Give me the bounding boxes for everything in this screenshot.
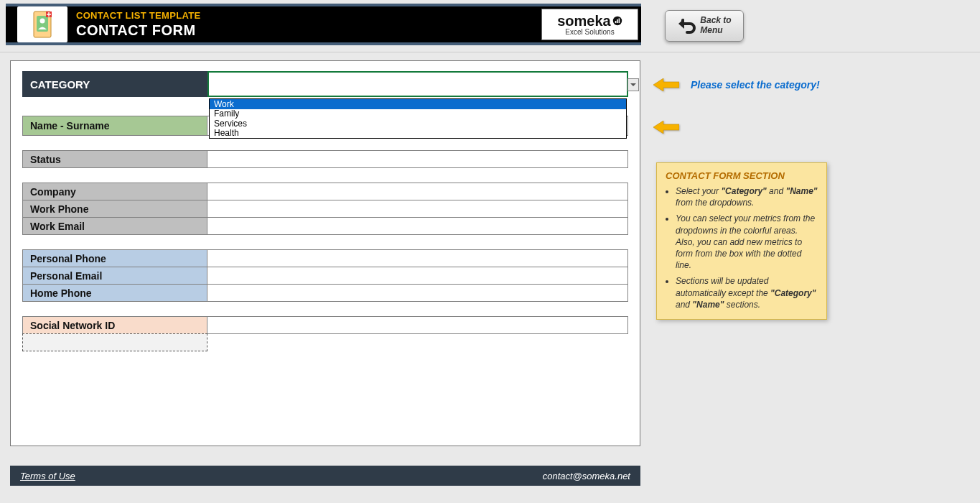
help-panel: CONTACT FORM SECTION Select your "Catego… [656,162,827,320]
home-phone-label: Home Phone [22,284,207,302]
work-phone-label: Work Phone [22,200,207,218]
help-item-1: Select your "Category" and "Name" from t… [676,185,818,208]
contact-email: contact@someka.net [543,471,630,481]
name-label: Name - Surname [22,116,207,136]
work-email-value [207,217,628,235]
home-phone-value [207,284,628,302]
back-arrow-icon [677,17,696,35]
brand-subtitle: Excel Solutions [565,29,614,36]
template-title: CONTACT LIST TEMPLATE [76,10,541,21]
svg-rect-6 [617,19,618,23]
header-banner: CONTACT LIST TEMPLATE CONTACT FORM somek… [6,4,641,45]
help-title: CONTACT FORM SECTION [666,170,818,181]
personal-phone-value [207,249,628,267]
category-dropdown[interactable]: Work Family Services Health [207,71,628,97]
category-dropdown-list: Work Family Services Health [209,98,627,139]
contact-form: CATEGORY Work Family Services Health Nam… [10,60,640,446]
social-value [207,316,628,334]
help-item-2: You can select your metrics from the dro… [676,213,818,271]
terms-of-use-link[interactable]: Terms of Use [20,471,75,481]
dropdown-option-work[interactable]: Work [210,99,626,109]
brand-name: someka [557,14,611,28]
dropdown-toggle-button[interactable] [627,78,639,91]
category-label: CATEGORY [22,71,207,97]
arrow-name-icon [653,121,679,134]
svg-point-2 [40,19,45,24]
dropdown-option-health[interactable]: Health [210,129,626,139]
help-item-3: Sections will be updated automatically e… [676,275,818,310]
personal-email-value [207,267,628,285]
social-label: Social Network ID [22,316,207,334]
back-button-label: Back to Menu [700,16,731,36]
work-phone-value [207,200,628,218]
divider [0,52,980,52]
svg-rect-5 [615,21,617,23]
footer-bar: Terms of Use contact@someka.net [10,466,640,486]
svg-rect-7 [618,18,620,23]
status-label: Status [22,150,207,168]
work-email-label: Work Email [22,217,207,235]
dropdown-option-family[interactable]: Family [210,109,626,119]
brand-logo: someka Excel Solutions [541,9,638,40]
header-titles: CONTACT LIST TEMPLATE CONTACT FORM [76,10,541,39]
add-metric-cell[interactable] [22,333,207,351]
template-logo [17,6,67,42]
select-category-hint: Please select the category! [691,79,820,91]
chevron-down-icon [630,82,636,88]
personal-email-label: Personal Email [22,267,207,285]
page-title: CONTACT FORM [76,22,541,39]
arrow-category-icon [653,78,679,91]
company-label: Company [22,183,207,200]
status-value [207,150,628,168]
back-to-menu-button[interactable]: Back to Menu [665,10,744,42]
dropdown-option-services[interactable]: Services [210,119,626,129]
company-value [207,183,628,200]
personal-phone-label: Personal Phone [22,249,207,267]
